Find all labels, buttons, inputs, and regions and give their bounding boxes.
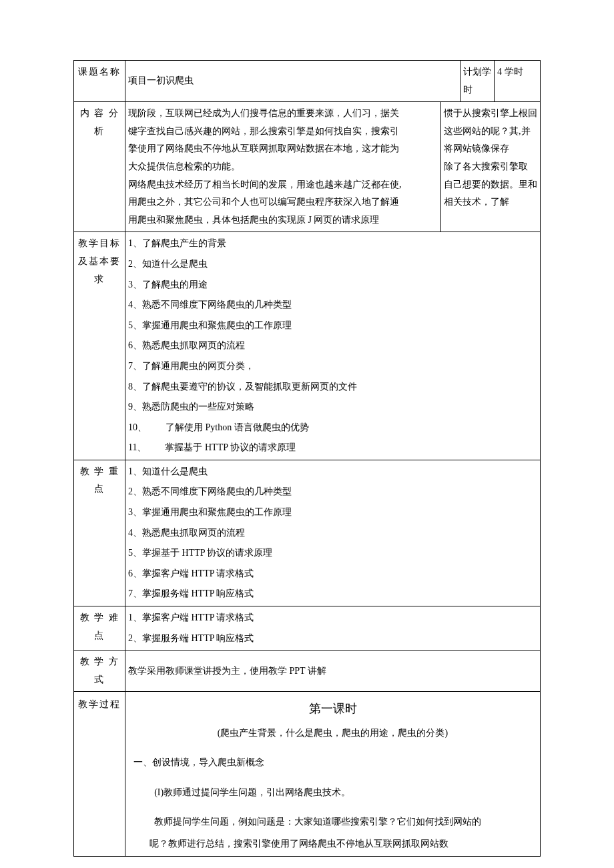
process-paragraph: (I)教师通过提问学生问题，引出网络爬虫技术。 bbox=[128, 784, 537, 802]
difficulty-item: 1、掌握客户端 HTTP 请求格式 bbox=[128, 609, 537, 627]
objective-item: 7、了解通用爬虫的网页分类， bbox=[128, 358, 537, 376]
ca-line: 大众提供信息检索的功能。 bbox=[128, 158, 439, 176]
objective-item: 5、掌握通用爬虫和聚焦爬虫的工作原理 bbox=[128, 317, 537, 335]
objective-item: 2、知道什么是爬虫 bbox=[128, 256, 537, 274]
value-content-analysis: 现阶段，互联网已经成为人们搜寻信息的重要来源，人们习，据关 键字查找自己感兴趣的… bbox=[125, 102, 541, 232]
row-topic: 课题名称 项目一初识爬虫 计划学时 4 学时 bbox=[74, 61, 541, 102]
label-process: 教学过程 bbox=[74, 692, 125, 856]
process-paragraph: 呢？教师进行总结，搜索引擎使用了网络爬虫不停地从互联网抓取网站数 bbox=[128, 835, 537, 853]
value-difficulties: 1、掌握客户端 HTTP 请求格式 2、掌握服务端 HTTP 响应格式 bbox=[125, 606, 541, 650]
row-difficulties: 教 学 难点 1、掌握客户端 HTTP 请求格式 2、掌握服务端 HTTP 响应… bbox=[74, 606, 541, 650]
label-method: 教 学 方式 bbox=[74, 650, 125, 692]
value-topic-title: 项目一初识爬虫 bbox=[125, 61, 460, 102]
ca-side-line: 将网站镜像保存 bbox=[444, 140, 537, 158]
key-point-item: 2、熟悉不同维度下网络爬虫的几种类型 bbox=[128, 483, 537, 501]
key-point-item: 4、熟悉爬虫抓取网页的流程 bbox=[128, 524, 537, 542]
ca-line: 现阶段，互联网已经成为人们搜寻信息的重要来源，人们习，据关 bbox=[128, 105, 439, 123]
row-method: 教 学 方式 教学采用教师课堂讲授为主，使用教学 PPT 讲解 bbox=[74, 650, 541, 692]
row-process: 教学过程 第一课时 (爬虫产生背景，什么是爬虫，爬虫的用途，爬虫的分类) 一、创… bbox=[74, 692, 541, 856]
lesson-plan-table: 课题名称 项目一初识爬虫 计划学时 4 学时 内 容 分析 现阶段，互联网已经成… bbox=[73, 60, 541, 857]
value-key-points: 1、知道什么是爬虫 2、熟悉不同维度下网络爬虫的几种类型 3、掌握通用爬虫和聚焦… bbox=[125, 460, 541, 606]
row-objectives: 教学目标及基本要求 1、了解爬虫产生的背景 2、知道什么是爬虫 3、了解爬虫的用… bbox=[74, 232, 541, 460]
ca-line: 网络爬虫技术经历了相当长时间的发展，用途也越来越广泛都在使, bbox=[128, 176, 439, 194]
objective-item: 1、了解爬虫产生的背景 bbox=[128, 235, 537, 253]
process-paragraph: 教师提问学生问题，例如问题是：大家知道哪些搜索引擎？它们如何找到网站的 bbox=[128, 813, 537, 831]
label-key-points: 教 学 重点 bbox=[74, 460, 125, 606]
ca-line: 用爬虫之外，其它公司和个人也可以编写爬虫程序获深入地了解通 bbox=[128, 193, 439, 211]
lesson-subtitle: (爬虫产生背景，什么是爬虫，爬虫的用途，爬虫的分类) bbox=[128, 725, 537, 743]
difficulty-item: 2、掌握服务端 HTTP 响应格式 bbox=[128, 630, 537, 648]
key-point-item: 1、知道什么是爬虫 bbox=[128, 463, 537, 481]
ca-line: 用爬虫和聚焦爬虫，具体包括爬虫的实现原 J 网页的请求原理 bbox=[128, 211, 439, 230]
ca-side-line: 自己想要的数据。里和 bbox=[444, 176, 537, 194]
ca-side-line: 惯于从搜索引擎上根回 bbox=[444, 105, 537, 123]
objective-item: 3、了解爬虫的用途 bbox=[128, 276, 537, 294]
objective-item: 11、 掌握基于 HTTP 协议的请求原理 bbox=[128, 439, 537, 457]
key-point-item: 6、掌握客户端 HTTP 请求格式 bbox=[128, 565, 537, 583]
label-content-analysis: 内 容 分析 bbox=[74, 102, 125, 232]
label-topic-name: 课题名称 bbox=[74, 61, 125, 102]
objective-item: 8、了解爬虫要遵守的协议，及智能抓取更新网页的文件 bbox=[128, 378, 537, 396]
value-method: 教学采用教师课堂讲授为主，使用教学 PPT 讲解 bbox=[125, 650, 541, 692]
row-content-analysis: 内 容 分析 现阶段，互联网已经成为人们搜寻信息的重要来源，人们习，据关 键字查… bbox=[74, 102, 541, 232]
content-analysis-side: 惯于从搜索引擎上根回 这些网站的呢？其,并 将网站镜像保存 除了各大搜索引擎取 … bbox=[441, 102, 540, 232]
ca-side-line: 除了各大搜索引擎取 bbox=[444, 158, 537, 176]
section-heading: 一、创设情境，导入爬虫新概念 bbox=[133, 754, 537, 772]
objective-item: 9、熟悉防爬虫的一些应对策略 bbox=[128, 398, 537, 416]
value-process: 第一课时 (爬虫产生背景，什么是爬虫，爬虫的用途，爬虫的分类) 一、创设情境，导… bbox=[125, 692, 541, 856]
key-point-item: 3、掌握通用爬虫和聚焦爬虫的工作原理 bbox=[128, 504, 537, 522]
objective-item: 4、熟悉不同维度下网络爬虫的几种类型 bbox=[128, 296, 537, 314]
ca-line: 擎使用了网络爬虫不停地从互联网抓取网站数据在本地，这才能为 bbox=[128, 140, 439, 158]
document-page: 课题名称 项目一初识爬虫 计划学时 4 学时 内 容 分析 现阶段，互联网已经成… bbox=[0, 0, 614, 868]
ca-side-line: 这些网站的呢？其,并 bbox=[444, 123, 537, 141]
label-plan-hours: 计划学时 bbox=[460, 61, 495, 102]
key-point-item: 5、掌握基于 HTTP 协议的请求原理 bbox=[128, 544, 537, 562]
lesson-title: 第一课时 bbox=[128, 697, 537, 720]
ca-side-line: 相关技术，了解 bbox=[444, 193, 537, 211]
value-plan-hours: 4 学时 bbox=[495, 61, 541, 102]
ca-line: 键字查找自己感兴趣的网站，那么搜索引擎是如何找自实，搜索引 bbox=[128, 123, 439, 141]
value-objectives: 1、了解爬虫产生的背景 2、知道什么是爬虫 3、了解爬虫的用途 4、熟悉不同维度… bbox=[125, 232, 541, 460]
label-objectives: 教学目标及基本要求 bbox=[74, 232, 125, 460]
key-point-item: 7、掌握服务端 HTTP 响应格式 bbox=[128, 585, 537, 603]
objective-item: 10、 了解使用 Python 语言做爬虫的优势 bbox=[128, 419, 537, 437]
row-key-points: 教 学 重点 1、知道什么是爬虫 2、熟悉不同维度下网络爬虫的几种类型 3、掌握… bbox=[74, 460, 541, 606]
label-difficulties: 教 学 难点 bbox=[74, 606, 125, 650]
content-analysis-main: 现阶段，互联网已经成为人们搜寻信息的重要来源，人们习，据关 键字查找自己感兴趣的… bbox=[125, 102, 441, 232]
objective-item: 6、熟悉爬虫抓取网页的流程 bbox=[128, 337, 537, 355]
